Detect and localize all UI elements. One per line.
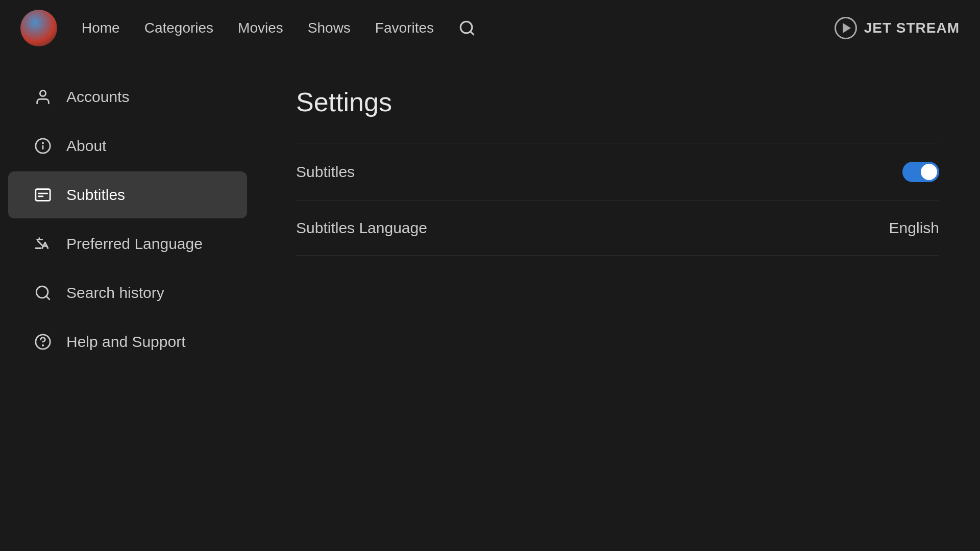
nav-movies[interactable]: Movies bbox=[238, 20, 283, 36]
search-history-icon bbox=[34, 284, 52, 302]
subtitles-language-value: English bbox=[889, 219, 939, 237]
brand-name: JET STREAM bbox=[864, 20, 960, 36]
help-icon bbox=[34, 333, 52, 351]
sidebar: Accounts About Subtitles bbox=[0, 56, 255, 551]
main-content: Accounts About Subtitles bbox=[0, 56, 980, 551]
nav-shows[interactable]: Shows bbox=[308, 20, 351, 36]
translate-icon bbox=[34, 235, 52, 253]
subtitles-label: Subtitles bbox=[296, 163, 355, 181]
svg-line-10 bbox=[46, 296, 50, 299]
svg-line-1 bbox=[471, 32, 474, 35]
sidebar-item-help-support[interactable]: Help and Support bbox=[8, 318, 247, 365]
sidebar-item-preferred-language[interactable]: Preferred Language bbox=[8, 220, 247, 267]
settings-row-subtitles: Subtitles bbox=[296, 143, 939, 201]
svg-rect-6 bbox=[36, 189, 50, 201]
settings-panel: Settings Subtitles Subtitles Language En… bbox=[255, 56, 980, 551]
brand-area: JET STREAM bbox=[835, 17, 960, 39]
sidebar-label-help-support: Help and Support bbox=[66, 333, 186, 350]
sidebar-label-accounts: Accounts bbox=[66, 88, 129, 106]
toggle-slider bbox=[902, 162, 939, 182]
top-navigation: Home Categories Movies Shows Favorites J… bbox=[0, 0, 980, 56]
nav-categories[interactable]: Categories bbox=[144, 20, 213, 36]
person-icon bbox=[34, 88, 52, 106]
subtitles-toggle[interactable] bbox=[902, 162, 939, 182]
search-icon[interactable] bbox=[458, 19, 476, 37]
info-icon bbox=[34, 137, 52, 155]
sidebar-item-search-history[interactable]: Search history bbox=[8, 269, 247, 316]
settings-title: Settings bbox=[296, 87, 939, 117]
sidebar-label-search-history: Search history bbox=[66, 284, 164, 302]
sidebar-item-about[interactable]: About bbox=[8, 122, 247, 169]
sidebar-item-accounts[interactable]: Accounts bbox=[8, 73, 247, 120]
user-avatar[interactable] bbox=[20, 10, 57, 46]
nav-favorites[interactable]: Favorites bbox=[375, 20, 434, 36]
sidebar-item-subtitles[interactable]: Subtitles bbox=[8, 171, 247, 218]
sidebar-label-about: About bbox=[66, 137, 106, 155]
sidebar-label-subtitles: Subtitles bbox=[66, 186, 125, 204]
settings-row-subtitles-language[interactable]: Subtitles Language English bbox=[296, 201, 939, 256]
nav-home[interactable]: Home bbox=[82, 20, 120, 36]
subtitles-icon bbox=[34, 186, 52, 204]
brand-play-icon bbox=[835, 17, 857, 39]
svg-point-2 bbox=[40, 90, 45, 96]
nav-links: Home Categories Movies Shows Favorites bbox=[82, 19, 835, 37]
sidebar-label-preferred-language: Preferred Language bbox=[66, 235, 203, 253]
subtitles-language-label: Subtitles Language bbox=[296, 219, 427, 237]
